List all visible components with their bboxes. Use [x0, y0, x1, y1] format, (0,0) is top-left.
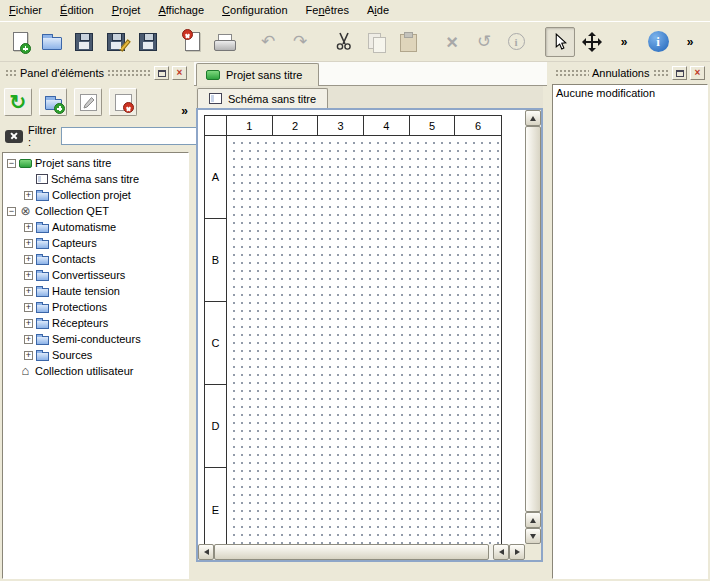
- dock-grip[interactable]: [107, 69, 151, 77]
- mdi-area: Projet sans titre Schéma sans titre 1 2 …: [194, 62, 547, 581]
- open-project-button[interactable]: [37, 27, 67, 57]
- diagram-canvas[interactable]: 1 2 3 4 5 6 A B C D E: [204, 115, 502, 544]
- close-button[interactable]: ×: [172, 66, 187, 80]
- project-icon: [206, 70, 220, 80]
- scroll-up-button-2[interactable]: [525, 512, 541, 528]
- horizontal-scroll-thumb[interactable]: [214, 544, 489, 560]
- elements-panel-titlebar[interactable]: Panel d'éléments ×: [2, 64, 190, 82]
- expander-icon[interactable]: +: [24, 351, 33, 360]
- undo-panel-titlebar[interactable]: Annulations ×: [552, 64, 708, 82]
- scroll-left-button[interactable]: [198, 544, 214, 560]
- delete-button[interactable]: ×: [437, 27, 467, 57]
- undo-history-item[interactable]: Aucune modification: [553, 85, 707, 101]
- scroll-down-button[interactable]: [525, 528, 541, 544]
- diagram-scene[interactable]: 1 2 3 4 5 6 A B C D E: [198, 110, 525, 544]
- tree-item-projet-sans-titre[interactable]: − Projet sans titre: [3, 155, 188, 171]
- folder-icon: [36, 336, 49, 345]
- scroll-right-button[interactable]: [509, 544, 525, 560]
- expander-icon[interactable]: +: [24, 255, 33, 264]
- expander-icon[interactable]: +: [24, 335, 33, 344]
- menu-item-fenetres[interactable]: Fenêtres: [297, 0, 358, 21]
- tree-item-label: Contacts: [52, 253, 95, 265]
- tree-item-collection-projet[interactable]: + Collection projet: [3, 187, 188, 203]
- info-button[interactable]: i: [501, 27, 531, 57]
- close-icon: ×: [177, 68, 183, 78]
- float-icon: [158, 70, 166, 77]
- tab-projet-sans-titre[interactable]: Projet sans titre: [196, 63, 319, 86]
- float-button[interactable]: [672, 66, 687, 80]
- tree-item-convertisseurs[interactable]: + Convertisseurs: [3, 267, 188, 283]
- save-as-button[interactable]: [101, 27, 131, 57]
- expander-icon[interactable]: +: [24, 319, 33, 328]
- select-tool-button[interactable]: [545, 27, 575, 57]
- tree-item-collection-qet[interactable]: − ⊗ Collection QET: [3, 203, 188, 219]
- expander-icon[interactable]: +: [24, 223, 33, 232]
- scrollbar-corner: [525, 544, 541, 560]
- close-button[interactable]: ×: [690, 66, 705, 80]
- expander-icon[interactable]: +: [24, 271, 33, 280]
- tree-item-contacts[interactable]: + Contacts: [3, 251, 188, 267]
- dock-grip[interactable]: [653, 69, 670, 77]
- clear-filter-icon[interactable]: [5, 130, 23, 143]
- dock-grip[interactable]: [5, 69, 17, 77]
- expander-icon[interactable]: −: [7, 159, 16, 168]
- expander-icon[interactable]: −: [7, 207, 16, 216]
- tree-item-semi-conducteurs[interactable]: + Semi-conducteurs: [3, 331, 188, 347]
- rotate-button[interactable]: ↺: [469, 27, 499, 57]
- expander-icon[interactable]: +: [24, 287, 33, 296]
- menu-item-aide[interactable]: Aide: [358, 0, 398, 21]
- menu-item-edition[interactable]: Édition: [51, 0, 103, 21]
- paste-button[interactable]: [393, 27, 423, 57]
- tree-item-collection-utilisateur[interactable]: ⌂ Collection utilisateur: [3, 363, 188, 379]
- redo-button[interactable]: ↷: [285, 27, 315, 57]
- expander-icon[interactable]: +: [24, 191, 33, 200]
- save-button[interactable]: [69, 27, 99, 57]
- tree-item-schema-sans-titre[interactable]: Schéma sans titre: [3, 171, 188, 187]
- menu-item-projet[interactable]: Projet: [103, 0, 150, 21]
- elements-panel: Panel d'éléments × ↻ » Filtrer :: [0, 62, 192, 581]
- toolbar-overflow-button[interactable]: »: [609, 27, 639, 57]
- tree-item-recepteurs[interactable]: + Récepteurs: [3, 315, 188, 331]
- scroll-left-button-2[interactable]: [493, 544, 509, 560]
- close-file-button[interactable]: [177, 27, 207, 57]
- new-element-button[interactable]: [39, 88, 67, 116]
- tree-item-capteurs[interactable]: + Capteurs: [3, 235, 188, 251]
- tree-item-haute-tension[interactable]: + Haute tension: [3, 283, 188, 299]
- edit-element-button[interactable]: [74, 88, 102, 116]
- copy-button[interactable]: [361, 27, 391, 57]
- print-button[interactable]: [209, 27, 239, 57]
- vertical-scrollbar[interactable]: [525, 110, 541, 544]
- float-button[interactable]: [154, 66, 169, 80]
- tree-item-label: Protections: [52, 301, 107, 313]
- horizontal-scrollbar[interactable]: [198, 544, 525, 560]
- filter-input[interactable]: [61, 127, 209, 145]
- new-project-button[interactable]: [5, 27, 35, 57]
- help-toolbar-overflow-button[interactable]: »: [675, 27, 705, 57]
- reload-collections-button[interactable]: ↻: [4, 88, 32, 116]
- tree-item-protections[interactable]: + Protections: [3, 299, 188, 315]
- tree-item-automatisme[interactable]: + Automatisme: [3, 219, 188, 235]
- open-folder-icon: [42, 37, 62, 50]
- delete-badge-icon: [123, 102, 134, 113]
- vertical-scroll-thumb[interactable]: [525, 126, 541, 512]
- menu-item-configuration[interactable]: Configuration: [213, 0, 296, 21]
- save-all-button[interactable]: [133, 27, 163, 57]
- undo-button[interactable]: ↶: [253, 27, 283, 57]
- menu-item-fichier[interactable]: Fichier: [0, 0, 51, 21]
- panel-overflow-button[interactable]: »: [181, 104, 188, 118]
- about-icon: i: [648, 31, 669, 52]
- delete-element-button[interactable]: [109, 88, 137, 116]
- tree-item-sources[interactable]: + Sources: [3, 347, 188, 363]
- about-button[interactable]: i: [643, 27, 673, 57]
- cut-button[interactable]: [329, 27, 359, 57]
- grid-dots[interactable]: [227, 136, 501, 544]
- rotate-icon: ↺: [477, 33, 491, 50]
- folder-icon: [36, 256, 49, 265]
- dock-grip[interactable]: [555, 69, 589, 77]
- expander-icon[interactable]: +: [24, 303, 33, 312]
- expander-icon[interactable]: +: [24, 239, 33, 248]
- move-tool-button[interactable]: [577, 27, 607, 57]
- tab-schema-sans-titre[interactable]: Schéma sans titre: [197, 88, 328, 108]
- scroll-up-button[interactable]: [525, 110, 541, 126]
- menu-item-affichage[interactable]: Affichage: [149, 0, 213, 21]
